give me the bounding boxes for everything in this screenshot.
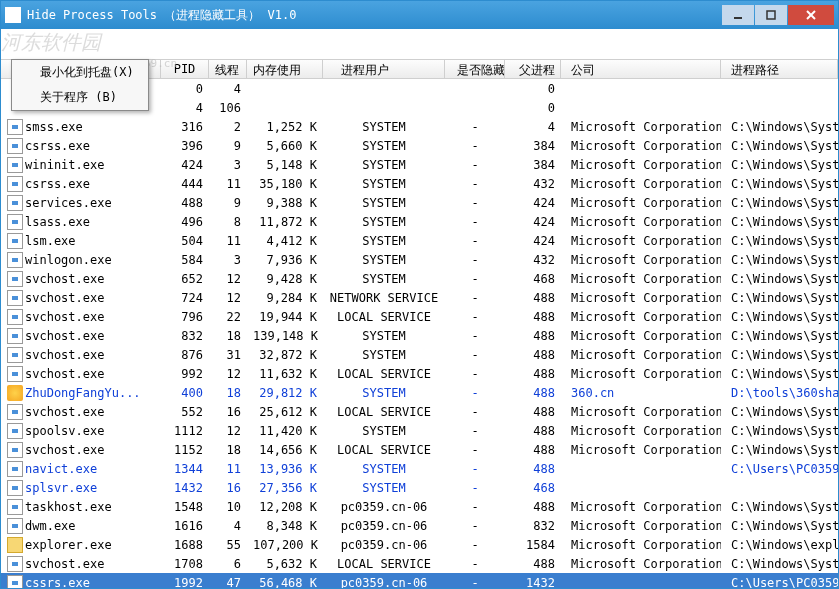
- process-name: svchost.exe: [25, 291, 104, 305]
- table-row[interactable]: lsass.exe496811,872 KSYSTEM-424Microsoft…: [1, 212, 838, 231]
- process-name: services.exe: [25, 196, 112, 210]
- table-row[interactable]: smss.exe31621,252 KSYSTEM-4Microsoft Cor…: [1, 117, 838, 136]
- col-threads[interactable]: 线程: [209, 60, 247, 78]
- cell-company: Microsoft Corporation: [561, 158, 721, 172]
- cell-name: winlogon.exe: [1, 252, 161, 268]
- table-row[interactable]: csrss.exe39695,660 KSYSTEM-384Microsoft …: [1, 136, 838, 155]
- cell-ppid: 488: [505, 405, 561, 419]
- col-company[interactable]: 公司: [561, 60, 721, 78]
- menu-minimize-tray[interactable]: 最小化到托盘(X): [12, 60, 148, 85]
- table-row[interactable]: svchost.exe7962219,944 KLOCAL SERVICE-48…: [1, 307, 838, 326]
- cell-ppid: 1584: [505, 538, 561, 552]
- cell-pid: 552: [161, 405, 209, 419]
- process-list[interactable]: 04041060smss.exe31621,252 KSYSTEM-4Micro…: [1, 79, 838, 588]
- cell-pid: 1344: [161, 462, 209, 476]
- cell-ppid: 488: [505, 557, 561, 571]
- generic-icon: [7, 309, 23, 325]
- cell-hidden: -: [445, 253, 505, 267]
- table-row[interactable]: dwm.exe161648,348 Kpc0359.cn-06-832Micro…: [1, 516, 838, 535]
- cell-ppid: 432: [505, 177, 561, 191]
- cell-hidden: -: [445, 367, 505, 381]
- cell-pid: 424: [161, 158, 209, 172]
- col-user[interactable]: 进程用户: [323, 60, 445, 78]
- titlebar[interactable]: Hide Process Tools （进程隐藏工具） V1.0: [1, 1, 838, 29]
- cell-hidden: -: [445, 310, 505, 324]
- table-row[interactable]: svchost.exe9921211,632 KLOCAL SERVICE-48…: [1, 364, 838, 383]
- maximize-button[interactable]: [755, 5, 787, 25]
- cell-user: SYSTEM: [323, 272, 445, 286]
- cell-path: C:\Windows\System3: [721, 177, 838, 191]
- cell-threads: 11: [209, 177, 247, 191]
- folder-icon: [7, 537, 23, 553]
- col-hidden[interactable]: 是否隐藏: [445, 60, 505, 78]
- process-name: csrss.exe: [25, 139, 90, 153]
- table-row[interactable]: navict.exe13441113,936 KSYSTEM-488C:\Use…: [1, 459, 838, 478]
- table-row[interactable]: explorer.exe168855107,200 Kpc0359.cn-06-…: [1, 535, 838, 554]
- cell-user: SYSTEM: [323, 253, 445, 267]
- cell-name: svchost.exe: [1, 328, 161, 344]
- process-name: lsm.exe: [25, 234, 76, 248]
- cell-company: Microsoft Corporation: [561, 215, 721, 229]
- col-ppid[interactable]: 父进程: [505, 60, 561, 78]
- minimize-button[interactable]: [722, 5, 754, 25]
- cell-ppid: 488: [505, 348, 561, 362]
- table-row[interactable]: taskhost.exe15481012,208 Kpc0359.cn-06-4…: [1, 497, 838, 516]
- table-row[interactable]: lsm.exe504114,412 KSYSTEM-424Microsoft C…: [1, 231, 838, 250]
- table-row[interactable]: services.exe48899,388 KSYSTEM-424Microso…: [1, 193, 838, 212]
- table-row[interactable]: wininit.exe42435,148 KSYSTEM-384Microsof…: [1, 155, 838, 174]
- process-name: svchost.exe: [25, 310, 104, 324]
- cell-company: Microsoft Corporation: [561, 272, 721, 286]
- cell-company: Microsoft Corporation: [561, 500, 721, 514]
- watermark-area: 河东软件园 www.pc0359.cn: [1, 29, 838, 59]
- cell-pid: 488: [161, 196, 209, 210]
- table-row[interactable]: ZhuDongFangYu...4001829,812 KSYSTEM-4883…: [1, 383, 838, 402]
- cell-user: LOCAL SERVICE: [323, 443, 445, 457]
- generic-icon: [7, 347, 23, 363]
- cell-threads: 18: [209, 329, 247, 343]
- cell-path: C:\Windows\System3: [721, 272, 838, 286]
- table-row[interactable]: svchost.exe5521625,612 KLOCAL SERVICE-48…: [1, 402, 838, 421]
- cell-pid: 444: [161, 177, 209, 191]
- table-row[interactable]: svchost.exe8763132,872 KSYSTEM-488Micros…: [1, 345, 838, 364]
- table-row[interactable]: svchost.exe652129,428 KSYSTEM-468Microso…: [1, 269, 838, 288]
- table-row[interactable]: spoolsv.exe11121211,420 KSYSTEM-488Micro…: [1, 421, 838, 440]
- table-row[interactable]: winlogon.exe58437,936 KSYSTEM-432Microso…: [1, 250, 838, 269]
- cell-ppid: 468: [505, 481, 561, 495]
- table-row[interactable]: splsvr.exe14321627,356 KSYSTEM-468: [1, 478, 838, 497]
- cell-user: SYSTEM: [323, 329, 445, 343]
- table-row[interactable]: cssrs.exe19924756,468 Kpc0359.cn-06-1432…: [1, 573, 838, 588]
- close-button[interactable]: [788, 5, 834, 25]
- svg-rect-1: [767, 11, 775, 19]
- cell-mem: 11,632 K: [247, 367, 323, 381]
- col-mem[interactable]: 内存使用: [247, 60, 323, 78]
- cell-mem: 35,180 K: [247, 177, 323, 191]
- generic-icon: [7, 176, 23, 192]
- menu-about[interactable]: 关于程序 (B): [12, 85, 148, 110]
- generic-icon: [7, 138, 23, 154]
- table-row[interactable]: csrss.exe4441135,180 KSYSTEM-432Microsof…: [1, 174, 838, 193]
- process-name: spoolsv.exe: [25, 424, 104, 438]
- cell-path: C:\Windows\System3: [721, 158, 838, 172]
- cell-ppid: 488: [505, 443, 561, 457]
- cell-threads: 18: [209, 443, 247, 457]
- cell-hidden: -: [445, 158, 505, 172]
- cell-company: Microsoft Corporation: [561, 329, 721, 343]
- table-row[interactable]: svchost.exe11521814,656 KLOCAL SERVICE-4…: [1, 440, 838, 459]
- cell-path: C:\Windows\System3: [721, 519, 838, 533]
- cell-user: SYSTEM: [323, 215, 445, 229]
- context-menu: 最小化到托盘(X) 关于程序 (B): [11, 59, 149, 111]
- cell-name: csrss.exe: [1, 138, 161, 154]
- cell-hidden: -: [445, 291, 505, 305]
- cell-threads: 3: [209, 158, 247, 172]
- table-row[interactable]: svchost.exe724129,284 KNETWORK SERVICE-4…: [1, 288, 838, 307]
- cell-company: Microsoft Corporation: [561, 367, 721, 381]
- cell-hidden: -: [445, 424, 505, 438]
- cell-name: explorer.exe: [1, 537, 161, 553]
- col-path[interactable]: 进程路径: [721, 60, 838, 78]
- table-row[interactable]: svchost.exe83218139,148 KSYSTEM-488Micro…: [1, 326, 838, 345]
- table-row[interactable]: svchost.exe170865,632 KLOCAL SERVICE-488…: [1, 554, 838, 573]
- cell-company: Microsoft Corporation: [561, 519, 721, 533]
- cell-user: SYSTEM: [323, 348, 445, 362]
- cell-threads: 4: [209, 82, 247, 96]
- cell-threads: 3: [209, 253, 247, 267]
